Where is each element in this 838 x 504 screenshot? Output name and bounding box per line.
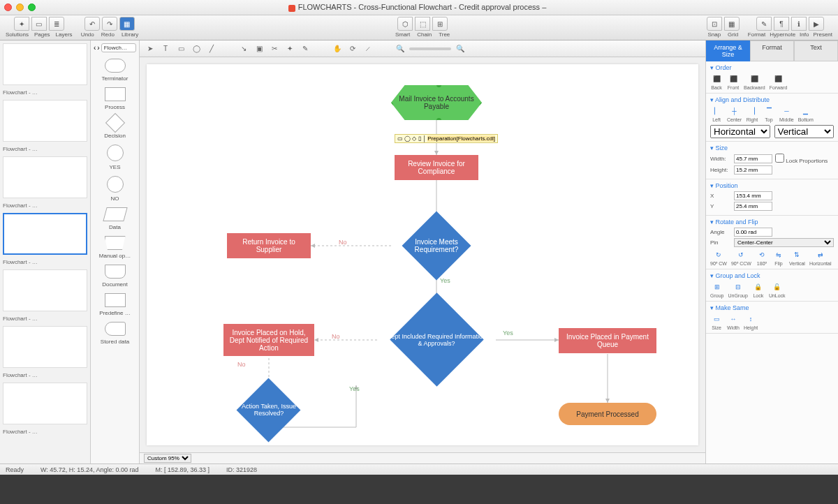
flip-h-icon[interactable]: ⇄ (814, 249, 827, 260)
back-icon[interactable]: ‹ (94, 44, 96, 52)
grid-button[interactable]: ▦ (724, 17, 740, 31)
connector-tool[interactable]: ↘ (237, 43, 250, 55)
rect-tool[interactable]: ▭ (175, 43, 187, 55)
pages-button[interactable]: ▭ (31, 17, 47, 31)
shape-yes[interactable] (107, 144, 124, 161)
same-width-icon[interactable]: ↔ (727, 313, 740, 325)
align-middle-icon[interactable]: ─ (780, 105, 793, 117)
library-button[interactable]: ▦ (119, 17, 135, 31)
page-thumb[interactable] (3, 43, 87, 85)
angle-field[interactable] (734, 228, 772, 237)
forward-icon[interactable]: › (97, 44, 99, 52)
zoom-out-icon[interactable]: 🔍 (394, 43, 406, 55)
distribute-v[interactable]: Vertical (774, 125, 835, 138)
group-icon[interactable]: ⊞ (711, 281, 723, 292)
order-back-icon[interactable]: ⬛ (710, 73, 723, 84)
hypernote-button[interactable]: ¶ (774, 17, 789, 31)
width-field[interactable] (734, 154, 772, 163)
solutions-button[interactable]: ✦ (14, 17, 29, 31)
node-hold[interactable]: Invoice Placed on Hold, Dept Notified of… (223, 324, 314, 356)
snap-button[interactable]: ⊡ (707, 17, 722, 31)
same-size-icon[interactable]: ▭ (710, 313, 723, 325)
node-mail-invoice[interactable]: Mail Invoice to Accounts Payable (391, 85, 482, 120)
zoom-in-icon[interactable]: 🔍 (454, 43, 466, 55)
zoom-select[interactable]: Custom 95% (144, 454, 191, 463)
node-review[interactable]: Review Invoice for Compliance (395, 155, 478, 180)
order-front-icon[interactable]: ⬛ (727, 73, 740, 84)
shape-process[interactable] (105, 87, 126, 101)
info-button[interactable]: ℹ (791, 17, 807, 31)
align-center-icon[interactable]: ┼ (728, 105, 741, 117)
align-bottom-icon[interactable]: ▁ (800, 105, 812, 117)
format-button[interactable]: ✎ (756, 17, 772, 31)
eyedropper-tool[interactable]: ⟋ (362, 43, 374, 55)
align-left-icon[interactable]: ▏ (710, 105, 723, 117)
same-height-icon[interactable]: ↕ (744, 313, 757, 325)
lock-icon[interactable]: 🔒 (752, 281, 765, 292)
shape-data[interactable] (103, 207, 127, 221)
shape-stored[interactable] (105, 322, 126, 336)
present-button[interactable]: ▶ (809, 17, 824, 31)
page-thumb[interactable] (3, 326, 87, 368)
node-action-taken[interactable]: Action Taken, Issue Resolved? (230, 385, 307, 434)
text-tool[interactable]: T (159, 43, 172, 55)
flip-v-icon[interactable]: ⇅ (791, 249, 803, 260)
page-thumb[interactable] (3, 269, 87, 311)
shape-no[interactable] (107, 176, 124, 193)
wand-tool[interactable]: ✦ (284, 43, 296, 55)
ungroup-icon[interactable]: ⊟ (732, 281, 744, 292)
pen-tool[interactable]: ✎ (299, 43, 311, 55)
zoom-slider[interactable] (409, 47, 451, 50)
hand-tool[interactable]: ✋ (331, 43, 344, 55)
x-field[interactable] (734, 191, 772, 200)
smart-bar[interactable]: ▭ ◯ ◇ ▯ │ Preparation[Flowcharts.cdl] (395, 134, 498, 143)
line-tool[interactable]: ╱ (205, 43, 218, 55)
shape-decision[interactable] (105, 113, 124, 133)
shape-document[interactable] (105, 265, 126, 279)
node-meets-req[interactable]: Invoice Meets Requirement? (402, 221, 471, 270)
edit-tool[interactable]: ▣ (253, 43, 265, 55)
shape-terminator[interactable] (105, 59, 126, 73)
shape-predefined[interactable] (105, 293, 126, 307)
ellipse-tool[interactable]: ◯ (190, 43, 203, 55)
page-thumb[interactable] (3, 156, 87, 198)
page-thumb[interactable] (3, 100, 87, 142)
lock-proportions[interactable] (775, 154, 784, 163)
chain-button[interactable]: ⬚ (415, 17, 430, 31)
order-backward-icon[interactable]: ⬛ (748, 73, 760, 84)
align-right-icon[interactable]: ▕ (746, 105, 758, 117)
canvas[interactable]: Mail Invoice to Accounts Payable ▭ ◯ ◇ ▯… (147, 64, 698, 445)
align-top-icon[interactable]: ▔ (763, 105, 775, 117)
rotate-tool[interactable]: ⟳ (346, 43, 359, 55)
page-thumb[interactable] (3, 383, 87, 424)
pointer-tool[interactable]: ➤ (144, 43, 156, 55)
undo-button[interactable]: ↶ (84, 17, 100, 31)
library-select[interactable]: Flowch… (101, 43, 136, 52)
zoom-icon[interactable] (28, 3, 36, 11)
flip-icon[interactable]: ⇋ (772, 249, 785, 260)
tree-button[interactable]: ⊞ (432, 17, 448, 31)
node-dept-approvals[interactable]: Dept Included Required Information & App… (381, 309, 492, 371)
order-forward-icon[interactable]: ⬛ (772, 73, 785, 84)
crop-tool[interactable]: ✂ (268, 43, 281, 55)
node-return[interactable]: Return Invoice to Supplier (227, 233, 311, 258)
height-field[interactable] (734, 165, 772, 175)
y-field[interactable] (734, 202, 772, 211)
tab-text[interactable]: Text (794, 40, 838, 61)
tab-format[interactable]: Format (750, 40, 794, 61)
distribute-h[interactable]: Horizontal (710, 125, 770, 138)
pin-select[interactable]: Center-Center (734, 238, 834, 247)
redo-button[interactable]: ↷ (102, 17, 117, 31)
rotate-180-icon[interactable]: ⟲ (756, 249, 768, 260)
minimize-icon[interactable] (16, 3, 24, 11)
rotate-cw-icon[interactable]: ↻ (712, 249, 725, 260)
page-thumb-selected[interactable] (3, 213, 87, 255)
close-icon[interactable] (4, 3, 12, 11)
node-queue[interactable]: Invoice Placed in Payment Queue (559, 328, 656, 353)
tab-arrange[interactable]: Arrange & Size (706, 40, 750, 61)
layers-button[interactable]: ≣ (49, 17, 64, 31)
node-processed[interactable]: Payment Processed (559, 403, 656, 425)
unlock-icon[interactable]: 🔓 (771, 281, 784, 292)
smart-button[interactable]: ⬡ (397, 17, 413, 31)
rotate-ccw-icon[interactable]: ↺ (735, 249, 747, 260)
